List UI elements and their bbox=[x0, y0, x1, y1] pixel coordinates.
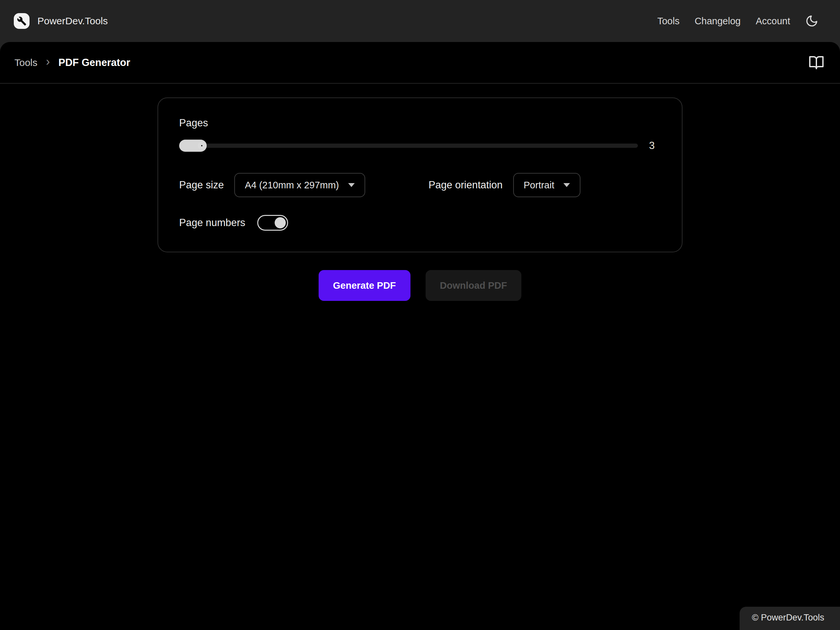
brand-home-link[interactable]: PowerDev.Tools bbox=[14, 13, 108, 29]
page-numbers-row: Page numbers bbox=[179, 215, 661, 231]
page-orientation-group: Page orientation Portrait bbox=[428, 173, 581, 197]
pages-value: 3 bbox=[649, 140, 661, 152]
page-orientation-select[interactable]: Portrait bbox=[513, 173, 581, 197]
actions-row: Generate PDF Download PDF bbox=[0, 270, 840, 301]
content-panel: Tools › PDF Generator Pages 3 Page size bbox=[0, 42, 840, 630]
toggle-knob bbox=[275, 217, 286, 228]
breadcrumb-tools-link[interactable]: Tools bbox=[14, 57, 38, 68]
pages-label: Pages bbox=[179, 117, 661, 129]
page-numbers-label: Page numbers bbox=[179, 217, 245, 229]
size-orientation-row: Page size A4 (210mm x 297mm) Page orient… bbox=[179, 173, 661, 197]
page-title: PDF Generator bbox=[58, 57, 130, 69]
slider-thumb[interactable] bbox=[198, 142, 206, 150]
breadcrumb-separator: › bbox=[46, 56, 50, 69]
footer-copyright: © PowerDev.Tools bbox=[740, 607, 840, 630]
pages-slider[interactable] bbox=[179, 138, 638, 153]
page-size-group: Page size A4 (210mm x 297mm) bbox=[179, 173, 428, 197]
breadcrumb-bar: Tools › PDF Generator bbox=[0, 42, 840, 84]
moon-icon bbox=[805, 14, 818, 28]
page-size-select[interactable]: A4 (210mm x 297mm) bbox=[234, 173, 365, 197]
brand-logo bbox=[14, 13, 30, 29]
page-size-selected-value: A4 (210mm x 297mm) bbox=[245, 180, 339, 191]
generate-pdf-button[interactable]: Generate PDF bbox=[319, 270, 411, 301]
brand-name: PowerDev.Tools bbox=[38, 16, 108, 27]
pdf-settings-card: Pages 3 Page size A4 (210mm x 297mm) Pag… bbox=[158, 98, 682, 252]
top-navbar: PowerDev.Tools Tools Changelog Account bbox=[0, 0, 840, 42]
slider-track[interactable] bbox=[179, 144, 638, 148]
page-numbers-toggle[interactable] bbox=[257, 215, 288, 231]
page-orientation-label: Page orientation bbox=[428, 179, 503, 191]
nav-link-tools[interactable]: Tools bbox=[657, 16, 679, 27]
caret-down-icon bbox=[348, 183, 355, 187]
nav-links: Tools Changelog Account bbox=[657, 14, 818, 28]
caret-down-icon bbox=[564, 183, 570, 187]
download-pdf-button[interactable]: Download PDF bbox=[426, 270, 522, 301]
docs-button[interactable] bbox=[808, 55, 824, 71]
page-size-label: Page size bbox=[179, 179, 224, 191]
wrench-icon bbox=[17, 16, 27, 26]
page-orientation-selected-value: Portrait bbox=[524, 180, 554, 191]
nav-link-account[interactable]: Account bbox=[756, 16, 790, 27]
nav-link-changelog[interactable]: Changelog bbox=[695, 16, 741, 27]
theme-toggle-button[interactable] bbox=[805, 14, 818, 28]
open-book-icon bbox=[808, 55, 824, 71]
pages-slider-row: 3 bbox=[179, 138, 661, 153]
